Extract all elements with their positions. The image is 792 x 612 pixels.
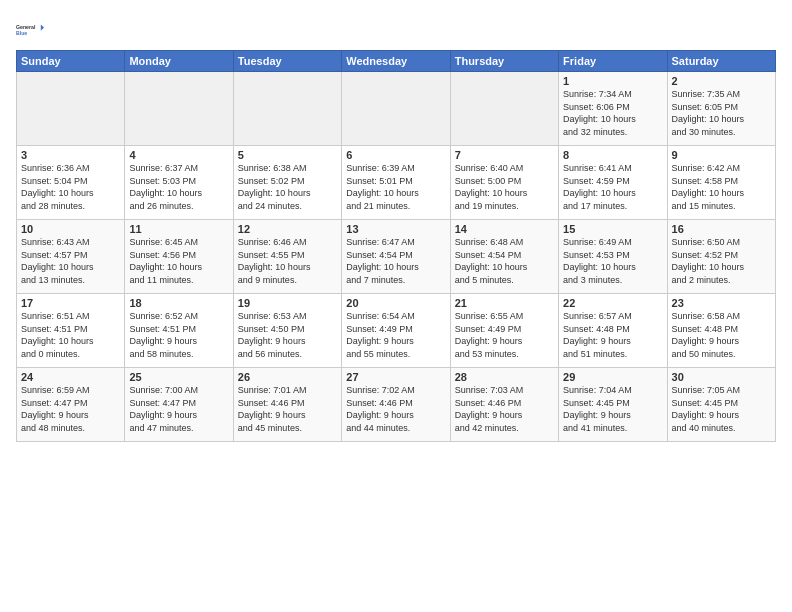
day-info: Sunrise: 6:54 AM Sunset: 4:49 PM Dayligh… <box>346 310 445 360</box>
page-container: General Blue SundayMondayTuesdayWednesda… <box>0 0 792 450</box>
day-number: 23 <box>672 297 771 309</box>
day-number: 14 <box>455 223 554 235</box>
day-info: Sunrise: 6:46 AM Sunset: 4:55 PM Dayligh… <box>238 236 337 286</box>
day-cell: 10Sunrise: 6:43 AM Sunset: 4:57 PM Dayli… <box>17 220 125 294</box>
header-sunday: Sunday <box>17 51 125 72</box>
day-number: 16 <box>672 223 771 235</box>
day-number: 20 <box>346 297 445 309</box>
day-number: 25 <box>129 371 228 383</box>
day-number: 1 <box>563 75 662 87</box>
header-friday: Friday <box>559 51 667 72</box>
day-number: 13 <box>346 223 445 235</box>
day-cell: 15Sunrise: 6:49 AM Sunset: 4:53 PM Dayli… <box>559 220 667 294</box>
day-info: Sunrise: 6:53 AM Sunset: 4:50 PM Dayligh… <box>238 310 337 360</box>
day-info: Sunrise: 6:42 AM Sunset: 4:58 PM Dayligh… <box>672 162 771 212</box>
day-cell <box>17 72 125 146</box>
day-cell: 13Sunrise: 6:47 AM Sunset: 4:54 PM Dayli… <box>342 220 450 294</box>
day-info: Sunrise: 7:34 AM Sunset: 6:06 PM Dayligh… <box>563 88 662 138</box>
day-info: Sunrise: 6:40 AM Sunset: 5:00 PM Dayligh… <box>455 162 554 212</box>
day-number: 15 <box>563 223 662 235</box>
day-cell: 20Sunrise: 6:54 AM Sunset: 4:49 PM Dayli… <box>342 294 450 368</box>
day-number: 24 <box>21 371 120 383</box>
day-info: Sunrise: 6:52 AM Sunset: 4:51 PM Dayligh… <box>129 310 228 360</box>
header: General Blue <box>16 12 776 44</box>
day-cell: 8Sunrise: 6:41 AM Sunset: 4:59 PM Daylig… <box>559 146 667 220</box>
day-cell: 19Sunrise: 6:53 AM Sunset: 4:50 PM Dayli… <box>233 294 341 368</box>
day-number: 18 <box>129 297 228 309</box>
day-cell <box>233 72 341 146</box>
day-cell: 27Sunrise: 7:02 AM Sunset: 4:46 PM Dayli… <box>342 368 450 442</box>
day-number: 12 <box>238 223 337 235</box>
day-cell: 25Sunrise: 7:00 AM Sunset: 4:47 PM Dayli… <box>125 368 233 442</box>
day-cell: 2Sunrise: 7:35 AM Sunset: 6:05 PM Daylig… <box>667 72 775 146</box>
day-info: Sunrise: 7:03 AM Sunset: 4:46 PM Dayligh… <box>455 384 554 434</box>
day-number: 6 <box>346 149 445 161</box>
day-number: 8 <box>563 149 662 161</box>
week-row-1: 1Sunrise: 7:34 AM Sunset: 6:06 PM Daylig… <box>17 72 776 146</box>
day-number: 11 <box>129 223 228 235</box>
day-cell: 18Sunrise: 6:52 AM Sunset: 4:51 PM Dayli… <box>125 294 233 368</box>
day-number: 28 <box>455 371 554 383</box>
day-cell: 4Sunrise: 6:37 AM Sunset: 5:03 PM Daylig… <box>125 146 233 220</box>
day-cell: 28Sunrise: 7:03 AM Sunset: 4:46 PM Dayli… <box>450 368 558 442</box>
day-cell: 23Sunrise: 6:58 AM Sunset: 4:48 PM Dayli… <box>667 294 775 368</box>
day-cell: 26Sunrise: 7:01 AM Sunset: 4:46 PM Dayli… <box>233 368 341 442</box>
day-cell: 5Sunrise: 6:38 AM Sunset: 5:02 PM Daylig… <box>233 146 341 220</box>
day-info: Sunrise: 6:51 AM Sunset: 4:51 PM Dayligh… <box>21 310 120 360</box>
day-number: 10 <box>21 223 120 235</box>
day-number: 3 <box>21 149 120 161</box>
logo: General Blue <box>16 16 48 44</box>
header-thursday: Thursday <box>450 51 558 72</box>
day-info: Sunrise: 6:47 AM Sunset: 4:54 PM Dayligh… <box>346 236 445 286</box>
day-number: 26 <box>238 371 337 383</box>
day-info: Sunrise: 6:48 AM Sunset: 4:54 PM Dayligh… <box>455 236 554 286</box>
day-info: Sunrise: 6:45 AM Sunset: 4:56 PM Dayligh… <box>129 236 228 286</box>
day-number: 17 <box>21 297 120 309</box>
day-cell <box>450 72 558 146</box>
day-number: 5 <box>238 149 337 161</box>
day-cell: 24Sunrise: 6:59 AM Sunset: 4:47 PM Dayli… <box>17 368 125 442</box>
week-row-3: 10Sunrise: 6:43 AM Sunset: 4:57 PM Dayli… <box>17 220 776 294</box>
day-info: Sunrise: 6:49 AM Sunset: 4:53 PM Dayligh… <box>563 236 662 286</box>
day-info: Sunrise: 7:02 AM Sunset: 4:46 PM Dayligh… <box>346 384 445 434</box>
day-cell: 3Sunrise: 6:36 AM Sunset: 5:04 PM Daylig… <box>17 146 125 220</box>
day-info: Sunrise: 7:01 AM Sunset: 4:46 PM Dayligh… <box>238 384 337 434</box>
day-cell: 29Sunrise: 7:04 AM Sunset: 4:45 PM Dayli… <box>559 368 667 442</box>
svg-text:General: General <box>16 24 36 30</box>
day-cell: 1Sunrise: 7:34 AM Sunset: 6:06 PM Daylig… <box>559 72 667 146</box>
day-number: 2 <box>672 75 771 87</box>
day-info: Sunrise: 6:38 AM Sunset: 5:02 PM Dayligh… <box>238 162 337 212</box>
svg-marker-2 <box>41 24 44 30</box>
day-info: Sunrise: 6:37 AM Sunset: 5:03 PM Dayligh… <box>129 162 228 212</box>
day-info: Sunrise: 6:41 AM Sunset: 4:59 PM Dayligh… <box>563 162 662 212</box>
day-info: Sunrise: 7:05 AM Sunset: 4:45 PM Dayligh… <box>672 384 771 434</box>
day-info: Sunrise: 6:59 AM Sunset: 4:47 PM Dayligh… <box>21 384 120 434</box>
day-info: Sunrise: 6:39 AM Sunset: 5:01 PM Dayligh… <box>346 162 445 212</box>
calendar-header-row: SundayMondayTuesdayWednesdayThursdayFrid… <box>17 51 776 72</box>
day-cell: 16Sunrise: 6:50 AM Sunset: 4:52 PM Dayli… <box>667 220 775 294</box>
day-cell: 9Sunrise: 6:42 AM Sunset: 4:58 PM Daylig… <box>667 146 775 220</box>
day-info: Sunrise: 7:04 AM Sunset: 4:45 PM Dayligh… <box>563 384 662 434</box>
day-cell: 11Sunrise: 6:45 AM Sunset: 4:56 PM Dayli… <box>125 220 233 294</box>
day-info: Sunrise: 6:58 AM Sunset: 4:48 PM Dayligh… <box>672 310 771 360</box>
header-wednesday: Wednesday <box>342 51 450 72</box>
day-cell: 21Sunrise: 6:55 AM Sunset: 4:49 PM Dayli… <box>450 294 558 368</box>
day-info: Sunrise: 6:57 AM Sunset: 4:48 PM Dayligh… <box>563 310 662 360</box>
day-number: 29 <box>563 371 662 383</box>
day-cell: 7Sunrise: 6:40 AM Sunset: 5:00 PM Daylig… <box>450 146 558 220</box>
day-number: 21 <box>455 297 554 309</box>
header-monday: Monday <box>125 51 233 72</box>
day-cell: 12Sunrise: 6:46 AM Sunset: 4:55 PM Dayli… <box>233 220 341 294</box>
day-cell: 30Sunrise: 7:05 AM Sunset: 4:45 PM Dayli… <box>667 368 775 442</box>
day-number: 4 <box>129 149 228 161</box>
day-info: Sunrise: 6:50 AM Sunset: 4:52 PM Dayligh… <box>672 236 771 286</box>
day-cell: 6Sunrise: 6:39 AM Sunset: 5:01 PM Daylig… <box>342 146 450 220</box>
week-row-4: 17Sunrise: 6:51 AM Sunset: 4:51 PM Dayli… <box>17 294 776 368</box>
day-info: Sunrise: 6:55 AM Sunset: 4:49 PM Dayligh… <box>455 310 554 360</box>
day-number: 30 <box>672 371 771 383</box>
day-cell: 22Sunrise: 6:57 AM Sunset: 4:48 PM Dayli… <box>559 294 667 368</box>
header-saturday: Saturday <box>667 51 775 72</box>
day-cell <box>125 72 233 146</box>
day-cell <box>342 72 450 146</box>
calendar-table: SundayMondayTuesdayWednesdayThursdayFrid… <box>16 50 776 442</box>
